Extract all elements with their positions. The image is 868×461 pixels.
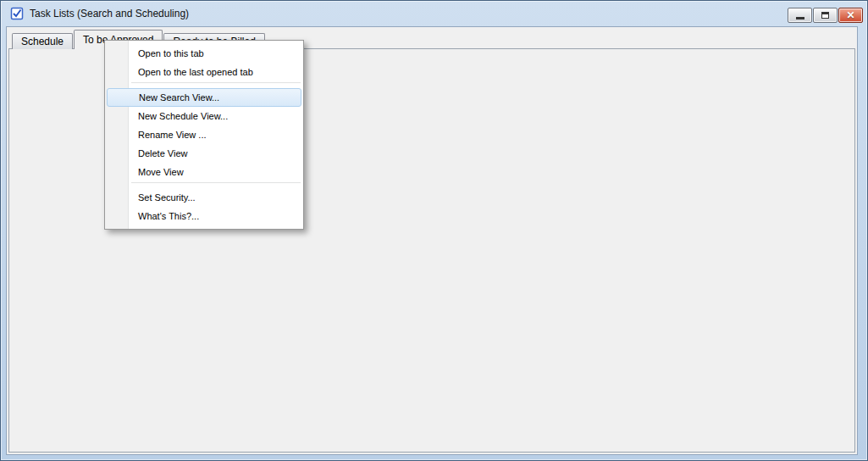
minimize-button[interactable] — [788, 8, 812, 23]
menu-separator — [131, 82, 301, 84]
menu-item-new-schedule-view[interactable]: New Schedule View... — [107, 107, 301, 125]
tab-schedule[interactable]: Schedule — [12, 33, 73, 49]
menu-item-open-to-the-last-opened-tab[interactable]: Open to the last opened tab — [107, 63, 301, 81]
menu-item-rename-view[interactable]: Rename View ... — [107, 125, 301, 144]
menu-item-open-to-this-tab[interactable]: Open to this tab — [107, 44, 301, 63]
close-icon: ✕ — [846, 10, 854, 20]
title-bar[interactable]: Task Lists (Search and Scheduling) ✕ — [1, 1, 867, 26]
window-title: Task Lists (Search and Scheduling) — [30, 8, 189, 19]
task-lists-app-icon — [10, 7, 24, 20]
app-window: Task Lists (Search and Scheduling) ✕ Sch… — [0, 0, 868, 461]
restore-button[interactable] — [813, 8, 838, 23]
menu-item-set-security[interactable]: Set Security... — [107, 188, 301, 207]
menu-item-what-s-this[interactable]: What's This?... — [107, 207, 301, 225]
close-button[interactable]: ✕ — [838, 8, 863, 23]
menu-item-delete-view[interactable]: Delete View — [107, 144, 301, 163]
menu-item-new-search-view[interactable]: New Search View... — [107, 88, 301, 107]
minimize-icon — [796, 17, 804, 19]
menu-separator — [131, 182, 301, 184]
restore-icon — [821, 12, 829, 19]
menu-item-move-view[interactable]: Move View — [107, 163, 301, 181]
context-menu: Open to this tabOpen to the last opened … — [104, 40, 304, 230]
